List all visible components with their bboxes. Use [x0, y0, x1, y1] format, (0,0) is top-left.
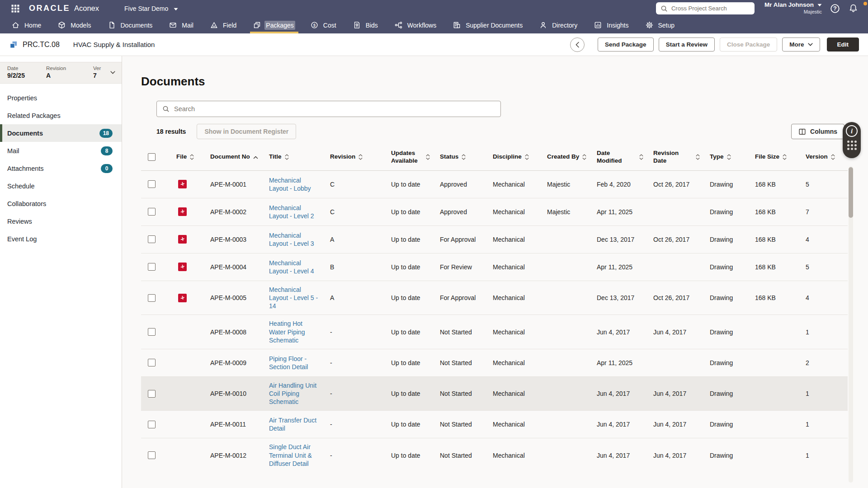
table-row[interactable]: APE-M-0001Mechanical Layout - LobbyCUp t…	[141, 171, 848, 198]
nav-item-supplier-documents[interactable]: Supplier Documents	[453, 17, 524, 33]
sort-icon[interactable]	[359, 154, 363, 160]
nav-item-workflows[interactable]: Workflows	[395, 17, 438, 33]
table-row[interactable]: APE-M-0005Mechanical Layout - Level 5 - …	[141, 281, 848, 315]
table-scrollbar-thumb[interactable]	[849, 167, 853, 218]
document-title-link[interactable]: Mechanical Layout - Level 5 - 14	[269, 286, 318, 310]
table-row[interactable]: APE-M-0010Air Handling Unit Coil Piping …	[141, 377, 848, 411]
app-launcher-icon[interactable]	[11, 4, 20, 13]
sidebar-item-label: Event Log	[7, 235, 37, 243]
pdf-file-icon[interactable]	[178, 235, 187, 244]
nav-item-label: Setup	[657, 21, 676, 30]
cell-status: Not Started	[435, 328, 488, 336]
notifications-bell-icon[interactable]	[848, 4, 858, 14]
top-bar: ORACLE Aconex Five Star Demo Mr Alan Joh…	[0, 0, 868, 33]
sort-ascending-icon[interactable]	[253, 155, 258, 159]
package-code: PRC.TC.08	[23, 41, 60, 49]
row-checkbox[interactable]	[148, 359, 156, 366]
document-title-link[interactable]: Air Transfer Duct Detail	[269, 417, 316, 432]
sort-icon[interactable]	[462, 154, 466, 160]
table-row[interactable]: APE-M-0011Air Transfer Duct Detail-Up to…	[141, 411, 848, 438]
sort-icon[interactable]	[831, 154, 835, 160]
sort-icon[interactable]	[582, 154, 586, 160]
document-title-link[interactable]: Mechanical Layout - Level 4	[269, 259, 314, 275]
row-checkbox[interactable]	[148, 328, 156, 336]
document-title-link[interactable]: Piping Floor - Section Detail	[269, 355, 308, 371]
documents-search-input[interactable]	[174, 105, 495, 113]
pdf-file-icon[interactable]	[178, 294, 187, 302]
document-title-link[interactable]: Mechanical Layout - Level 3	[269, 232, 314, 247]
edit-button[interactable]: Edit	[827, 38, 859, 52]
cell-type: Drawing	[705, 180, 750, 188]
sidebar-item-attachments[interactable]: Attachments0	[0, 160, 122, 177]
sidebar-item-properties[interactable]: Properties	[0, 89, 122, 107]
pdf-file-icon[interactable]	[178, 263, 187, 271]
help-icon[interactable]: ?	[830, 4, 840, 14]
nav-item-setup[interactable]: Setup	[646, 17, 676, 33]
back-button[interactable]	[570, 38, 585, 52]
nav-item-directory[interactable]: Directory	[539, 17, 579, 33]
sort-icon[interactable]	[696, 154, 700, 160]
table-row[interactable]: APE-M-0004Mechanical Layout - Level 4BUp…	[141, 253, 848, 281]
sidebar-item-mail[interactable]: Mail8	[0, 142, 122, 160]
row-checkbox[interactable]	[148, 180, 156, 188]
row-checkbox[interactable]	[148, 421, 156, 428]
row-checkbox[interactable]	[148, 208, 156, 216]
select-all-checkbox[interactable]	[148, 153, 156, 161]
row-checkbox[interactable]	[148, 263, 156, 271]
sort-icon[interactable]	[285, 154, 289, 160]
nav-item-documents[interactable]: Documents	[108, 17, 154, 33]
send-package-button[interactable]: Send Package	[598, 38, 654, 52]
show-in-register-button[interactable]: Show in Document Register	[197, 124, 296, 139]
cross-project-search-input[interactable]	[671, 5, 750, 12]
nav-item-bids[interactable]: Bids	[353, 17, 379, 33]
sort-icon[interactable]	[525, 154, 529, 160]
row-checkbox[interactable]	[148, 390, 156, 398]
sidebar-item-related-packages[interactable]: Related Packages	[0, 107, 122, 124]
sidebar-item-documents[interactable]: Documents18	[0, 124, 122, 142]
sidebar-item-reviews[interactable]: Reviews	[0, 212, 122, 230]
row-checkbox[interactable]	[148, 451, 156, 459]
document-title-link[interactable]: Single Duct Air Terminal Unit & Diffuser…	[269, 443, 312, 467]
sort-icon[interactable]	[190, 154, 194, 160]
row-checkbox[interactable]	[148, 294, 156, 302]
drag-handle-dots-icon[interactable]	[847, 141, 857, 150]
pdf-file-icon[interactable]	[178, 207, 187, 216]
table-row[interactable]: APE-M-0009Piping Floor - Section Detail-…	[141, 349, 848, 377]
nav-item-packages[interactable]: Packages	[253, 17, 295, 33]
close-package-button[interactable]: Close Package	[720, 38, 777, 52]
nav-item-cost[interactable]: $Cost	[311, 17, 338, 33]
cell-revision: -	[326, 451, 387, 460]
project-selector[interactable]: Five Star Demo	[124, 5, 178, 12]
sidebar-item-collaborators[interactable]: Collaborators	[0, 195, 122, 212]
start-review-button[interactable]: Start a Review	[659, 38, 715, 52]
nav-item-insights[interactable]: Insights	[594, 17, 630, 33]
cell-updates: Up to date	[387, 263, 435, 271]
sort-icon[interactable]	[426, 154, 430, 160]
nav-item-models[interactable]: Models	[58, 17, 92, 33]
nav-item-field[interactable]: Field	[210, 17, 238, 33]
document-title-link[interactable]: Mechanical Layout - Level 2	[269, 204, 314, 220]
document-title-link[interactable]: Air Handling Unit Coil Piping Schematic	[269, 382, 316, 405]
table-row[interactable]: APE-M-0008Heating Hot Water Piping Schem…	[141, 315, 848, 349]
meta-expand-chevron-icon[interactable]	[110, 71, 115, 74]
nav-item-label: Workflows	[406, 21, 438, 30]
document-title-link[interactable]: Heating Hot Water Piping Schematic	[269, 320, 305, 343]
nav-item-mail[interactable]: Mail	[169, 17, 195, 33]
sidebar-item-schedule[interactable]: Schedule	[0, 177, 122, 195]
info-icon[interactable]: i	[846, 125, 858, 137]
sort-icon[interactable]	[639, 154, 643, 160]
table-row[interactable]: APE-M-0003Mechanical Layout - Level 3AUp…	[141, 226, 848, 253]
sort-icon[interactable]	[783, 154, 787, 160]
document-title-link[interactable]: Mechanical Layout - Lobby	[269, 177, 311, 192]
columns-button[interactable]: Columns	[791, 124, 844, 139]
table-row[interactable]: APE-M-0002Mechanical Layout - Level 2CUp…	[141, 198, 848, 226]
table-row[interactable]: APE-M-0012Single Duct Air Terminal Unit …	[141, 438, 848, 469]
row-checkbox[interactable]	[148, 235, 156, 243]
sort-icon[interactable]	[727, 154, 731, 160]
nav-item-home[interactable]: Home	[12, 17, 42, 33]
pdf-file-icon[interactable]	[178, 180, 187, 188]
cell-status: For Review	[435, 263, 488, 271]
sidebar-item-event-log[interactable]: Event Log	[0, 230, 122, 248]
more-button[interactable]: More	[782, 38, 820, 52]
user-menu[interactable]: Mr Alan Johnson Majestic	[764, 1, 822, 15]
